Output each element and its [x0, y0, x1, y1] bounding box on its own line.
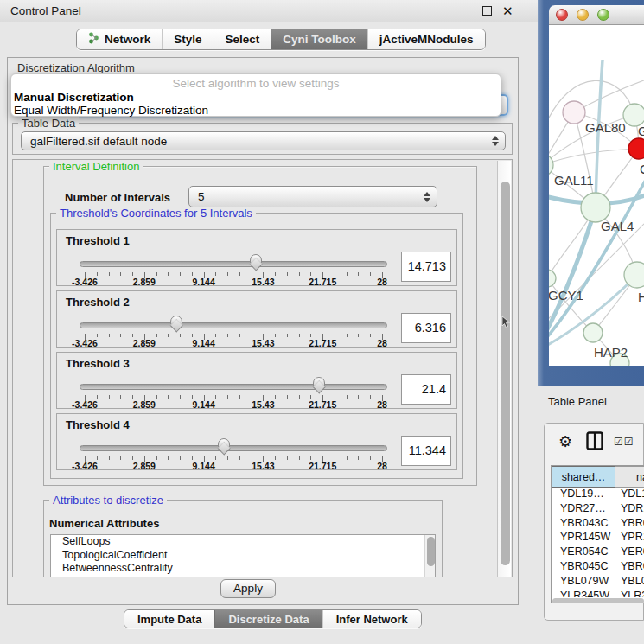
slider-track[interactable] — [80, 445, 387, 451]
list-scrollbar[interactable] — [424, 535, 435, 577]
close-light-icon[interactable] — [556, 9, 568, 21]
minor-tick — [97, 395, 98, 399]
table-data-combobox[interactable]: galFiltered.sif default node — [21, 131, 506, 150]
close-window-icon[interactable]: ✕ — [502, 3, 513, 20]
algorithm-option[interactable]: Equal Width/Frequency Discretization — [11, 104, 501, 117]
show-columns-checkbox-icons[interactable]: ☑☑ — [614, 436, 634, 448]
vertical-scrollbar[interactable] — [497, 161, 511, 577]
cell-shared-name: YBL079W — [560, 575, 609, 587]
minor-tick — [239, 334, 240, 337]
split-columns-icon[interactable] — [586, 431, 603, 450]
table-row[interactable]: YDR27…YDR2 — [552, 502, 644, 517]
tab-impute-data[interactable]: Impute Data — [124, 610, 214, 628]
combo-stepper-icon[interactable] — [424, 192, 430, 202]
minimize-light-icon[interactable] — [577, 9, 589, 21]
tab-label: Impute Data — [137, 613, 201, 626]
tab-network[interactable]: Network — [77, 29, 162, 49]
dropdown-placeholder: Select algorithm to view settings — [11, 76, 501, 91]
vertical-scrollbar-thumb[interactable] — [501, 182, 510, 565]
minor-tick — [335, 334, 335, 337]
minor-tick — [299, 334, 300, 337]
tick-label: 15.43 — [252, 277, 274, 287]
network-node[interactable] — [628, 138, 644, 159]
node-label: GAL4 — [601, 219, 634, 233]
table-panel-header: Table Panel — [538, 386, 644, 418]
slider-track[interactable] — [80, 261, 387, 267]
minor-tick — [132, 456, 133, 460]
number-of-intervals-label: Number of Intervals — [65, 191, 170, 204]
network-node[interactable] — [583, 323, 603, 342]
minor-tick — [180, 272, 181, 276]
combo-stepper-icon[interactable] — [492, 136, 499, 146]
column-header-shared-name[interactable]: shared… — [552, 466, 615, 488]
numerical-attributes-list[interactable]: SelfLoopsTopologicalCoefficientBetweenne… — [50, 534, 436, 577]
list-scrollbar-thumb[interactable] — [427, 537, 435, 566]
minor-tick — [275, 395, 276, 399]
table-row[interactable]: YDL19…YDL1 — [552, 488, 644, 502]
cell-name: YDR2 — [621, 502, 644, 514]
tick-label: 2.859 — [133, 461, 156, 471]
minor-tick — [335, 395, 335, 399]
threshold-value-field[interactable]: 21.4 — [401, 374, 451, 405]
apply-button[interactable]: Apply — [220, 579, 276, 598]
slider-thumb[interactable] — [170, 316, 184, 333]
table-row[interactable]: YBR045CYBR0 — [552, 560, 644, 575]
threshold-value-field[interactable]: 6.316 — [401, 313, 451, 343]
tab-select[interactable]: Select — [214, 29, 271, 49]
slider-thumb[interactable] — [313, 377, 327, 394]
tick-label: 15.43 — [252, 399, 274, 410]
tab-discretize-data[interactable]: Discretize Data — [214, 610, 322, 628]
minor-tick — [310, 272, 311, 276]
cell-shared-name: YER054C — [560, 545, 609, 558]
minor-tick — [180, 334, 181, 337]
network-node[interactable] — [581, 193, 610, 222]
network-node[interactable] — [624, 262, 644, 288]
attribute-list-item[interactable]: TopologicalCoefficient — [51, 549, 435, 563]
table-row[interactable]: YER054CYER0 — [552, 545, 644, 560]
tick-label: -3.426 — [72, 338, 98, 348]
table-panel-title: Table Panel — [548, 395, 607, 408]
minor-tick — [109, 395, 110, 399]
slider-track[interactable] — [80, 322, 387, 328]
number-of-intervals-value: 5 — [198, 187, 205, 207]
minor-tick — [109, 272, 110, 276]
tab-style[interactable]: Style — [162, 29, 213, 49]
control-panel-titlebar: Control Panel — [0, 0, 538, 22]
column-header-name[interactable]: name — [615, 466, 644, 488]
threshold-value-field[interactable]: 11.344 — [401, 436, 451, 466]
attribute-list-item[interactable]: SelfLoops — [51, 535, 435, 549]
network-view-canvas[interactable]: GAL80GACGAL11GAL4GCY1HHAP2 — [549, 25, 644, 366]
slider-thumb[interactable] — [218, 438, 232, 456]
slider-thumb[interactable] — [250, 254, 264, 271]
zoom-light-icon[interactable] — [597, 9, 609, 21]
tick-label: 21.715 — [309, 277, 336, 287]
minor-tick — [180, 395, 181, 399]
table-row[interactable]: YBL079WYBL0 — [552, 575, 644, 590]
attribute-list-item[interactable]: BetweennessCentrality — [51, 562, 435, 576]
number-of-intervals-combobox[interactable]: 5 — [188, 186, 437, 207]
network-node[interactable] — [549, 270, 556, 287]
table-row[interactable]: YLR345WYLR3 — [552, 590, 644, 597]
table-row[interactable]: YBR043CYBR0 — [552, 517, 644, 532]
threshold-row: Threshold 3-3.4262.8599.14415.4321.71528… — [56, 352, 457, 409]
slider-track[interactable] — [80, 384, 387, 390]
tick-label: 15.43 — [252, 338, 274, 348]
minor-tick — [252, 395, 252, 399]
algorithm-option[interactable]: Manual Discretization — [11, 91, 501, 104]
network-node[interactable] — [563, 101, 585, 124]
tick-label: 28 — [377, 461, 387, 471]
minor-tick — [347, 456, 348, 460]
threshold-value-field[interactable]: 14.713 — [401, 252, 451, 282]
minor-tick — [275, 456, 276, 460]
minor-tick — [287, 272, 288, 276]
tab-infer-network[interactable]: Infer Network — [322, 610, 421, 628]
float-window-icon[interactable] — [482, 6, 492, 16]
settings-gear-icon[interactable]: ⚙ — [558, 432, 572, 450]
tab-jactivemnodules[interactable]: jActiveMNodules — [367, 29, 485, 49]
minor-tick — [109, 456, 110, 460]
tab-cyni-toolbox[interactable]: Cyni Toolbox — [271, 29, 367, 49]
tab-label: Cyni Toolbox — [283, 33, 356, 46]
tick-label: -3.426 — [72, 461, 98, 471]
table-row[interactable]: YPR145WYPR1 — [552, 531, 644, 545]
horizontal-scrollbar-thumb[interactable] — [552, 598, 644, 603]
